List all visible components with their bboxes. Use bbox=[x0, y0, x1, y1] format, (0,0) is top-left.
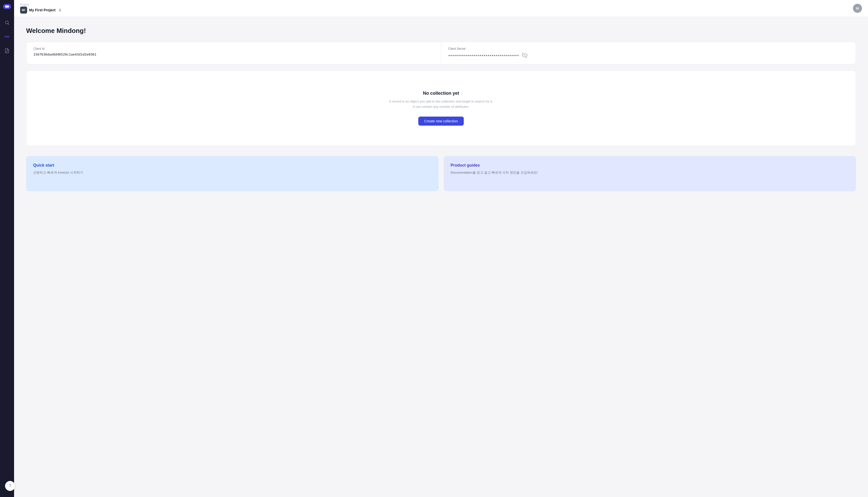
client-secret-value: ************************************ bbox=[448, 53, 849, 59]
project-label: Project bbox=[20, 3, 61, 6]
content-area: Welcome Mindong! Client Id 1567636dae8d4… bbox=[14, 17, 868, 497]
client-secret-label: Client Secret bbox=[448, 47, 849, 51]
logo[interactable] bbox=[3, 4, 11, 9]
client-id-value: 1567636dae8d46529c1ae43d1d2e0361 bbox=[33, 53, 434, 56]
svg-line-1 bbox=[8, 24, 9, 25]
quick-start-card[interactable]: Quick start 간편하고 빠르게 invector 시작하기 bbox=[26, 156, 439, 191]
credentials-card: Client Id 1567636dae8d46529c1ae43d1d2e03… bbox=[26, 42, 856, 64]
client-secret-section: Client Secret **************************… bbox=[441, 42, 856, 64]
no-collection-title: No collection yet bbox=[423, 91, 459, 96]
flow-nav-icon[interactable] bbox=[2, 32, 12, 41]
toggle-secret-icon[interactable] bbox=[522, 53, 527, 59]
product-guides-description: Documentation을 읽고 쉽고 빠르게 서치 엔진을 도입하세요! bbox=[451, 170, 849, 175]
avatar[interactable]: M bbox=[853, 4, 862, 13]
empty-collection-area: No collection yet A record is an object … bbox=[26, 70, 856, 146]
project-icon: MF bbox=[20, 6, 27, 14]
client-id-label: Client Id bbox=[33, 47, 434, 51]
svg-point-2 bbox=[5, 36, 6, 38]
sidebar bbox=[0, 0, 14, 497]
quick-start-title: Quick start bbox=[33, 163, 432, 168]
project-name: My First Project bbox=[29, 8, 56, 12]
product-guides-card[interactable]: Product guides Documentation을 읽고 쉽고 빠르게 … bbox=[444, 156, 856, 191]
product-guides-title: Product guides bbox=[451, 163, 849, 168]
project-selector[interactable]: MF My First Project ▲▼ bbox=[20, 6, 61, 14]
create-collection-button[interactable]: Create new collection bbox=[418, 117, 464, 126]
project-chevron-icon: ▲▼ bbox=[59, 8, 61, 12]
client-id-section: Client Id 1567636dae8d46529c1ae43d1d2e03… bbox=[26, 42, 441, 64]
no-collection-description: A record is an object you add to the col… bbox=[388, 99, 494, 110]
quick-start-description: 간편하고 빠르게 invector 시작하기 bbox=[33, 170, 432, 175]
project-info: Project MF My First Project ▲▼ bbox=[20, 3, 61, 14]
bottom-cards: Quick start 간편하고 빠르게 invector 시작하기 Produ… bbox=[26, 156, 856, 191]
welcome-title: Welcome Mindong! bbox=[26, 27, 856, 35]
document-nav-icon[interactable] bbox=[2, 46, 12, 55]
help-button[interactable]: ? bbox=[5, 481, 15, 491]
header: Project MF My First Project ▲▼ M bbox=[14, 0, 868, 17]
svg-point-0 bbox=[5, 21, 8, 24]
search-nav-icon[interactable] bbox=[2, 18, 12, 27]
sidebar-nav bbox=[2, 18, 12, 55]
main-area: Project MF My First Project ▲▼ M Welcome… bbox=[14, 0, 868, 497]
